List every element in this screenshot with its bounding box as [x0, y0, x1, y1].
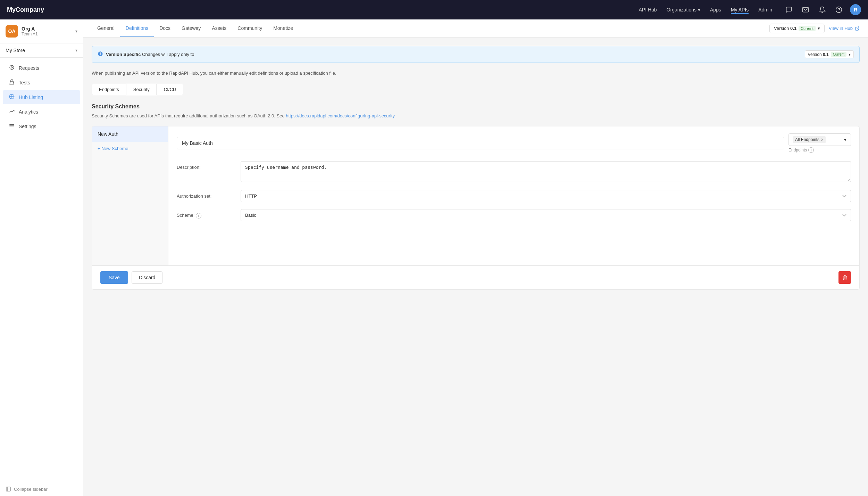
store-label: My Store — [6, 48, 25, 53]
sub-nav-tabs: General Definitions Docs Gateway Assets … — [92, 20, 769, 37]
security-panel: New Auth + New Scheme All Endpoints — [92, 126, 860, 290]
top-nav-icons: R — [783, 4, 861, 15]
scheme-row: Scheme: i Basic Bearer Digest — [177, 209, 851, 221]
version-banner-text: Version Specific Changes will apply only… — [106, 52, 802, 57]
sidebar-item-label: Settings — [19, 124, 36, 129]
security-docs-link[interactable]: https://docs.rapidapi.com/docs/configuri… — [286, 113, 395, 118]
org-avatar: OA — [6, 25, 18, 38]
version-selector[interactable]: Version 0.1 Current ▾ — [769, 24, 825, 33]
org-selector[interactable]: OA Org A Team A1 ▾ — [0, 19, 83, 43]
sub-nav: General Definitions Docs Gateway Assets … — [83, 19, 868, 38]
scheme-info-icon[interactable]: i — [196, 213, 201, 218]
svg-rect-9 — [6, 487, 10, 491]
svg-point-2 — [11, 67, 12, 68]
top-nav-links: API Hub Organizations ▾ Apps My APIs Adm… — [639, 6, 773, 14]
nav-link-apps[interactable]: Apps — [710, 6, 721, 14]
chevron-down-icon: ▾ — [698, 7, 700, 13]
description-label: Description: — [177, 161, 232, 170]
all-endpoints-tag: All Endpoints × — [793, 136, 826, 143]
version-label: Version 0.1 — [774, 26, 796, 31]
endpoints-chevron-icon: ▾ — [844, 137, 846, 142]
security-panel-inner: New Auth + New Scheme All Endpoints — [92, 126, 859, 265]
endpoints-select-wrapper: All Endpoints × ▾ Endpoints i — [788, 133, 851, 153]
org-chevron-icon: ▾ — [75, 29, 77, 34]
scheme-field: Basic Bearer Digest — [241, 209, 851, 221]
security-form: All Endpoints × ▾ Endpoints i — [168, 126, 859, 265]
sidebar-bottom: Collapse sidebar — [0, 482, 83, 496]
email-icon[interactable] — [800, 4, 811, 15]
org-team: Team A1 — [22, 32, 72, 36]
org-name: Org A — [22, 26, 72, 32]
scheme-label: Scheme: i — [177, 209, 232, 218]
description-textarea[interactable]: Specify username and password. — [241, 161, 851, 182]
tab-docs[interactable]: Docs — [154, 20, 176, 37]
description-row: Description: Specify username and passwo… — [177, 161, 851, 183]
sidebar-item-label: Hub Listing — [19, 94, 43, 100]
analytics-icon — [8, 108, 15, 115]
tests-icon — [8, 79, 15, 86]
tab-gateway[interactable]: Gateway — [176, 20, 206, 37]
section-title: Security Schemes — [92, 104, 860, 110]
requests-icon — [8, 65, 15, 72]
nav-link-my-apis[interactable]: My APIs — [731, 6, 749, 14]
version-mini-badge[interactable]: Version 0.1 Current ▾ — [805, 50, 854, 58]
store-chevron-icon: ▾ — [75, 48, 77, 53]
help-icon[interactable] — [833, 4, 844, 15]
new-scheme-button[interactable]: + New Scheme — [92, 142, 168, 155]
sidebar-item-analytics[interactable]: Analytics — [3, 105, 80, 119]
nav-link-api-hub[interactable]: API Hub — [639, 6, 657, 14]
endpoints-select[interactable]: All Endpoints × ▾ — [788, 133, 851, 146]
tab-monetize[interactable]: Monetize — [268, 20, 299, 37]
sidebar-item-hub-listing[interactable]: Hub Listing — [3, 90, 80, 104]
page-content: i Version Specific Changes will apply on… — [83, 38, 868, 496]
endpoints-info-icon[interactable]: i — [808, 147, 814, 153]
discard-button[interactable]: Discard — [132, 271, 162, 284]
security-sidebar: New Auth + New Scheme — [92, 126, 168, 265]
tab-definitions[interactable]: Definitions — [120, 20, 154, 37]
collapse-sidebar-button[interactable]: Collapse sidebar — [6, 486, 77, 492]
section-subtitle: Security Schemes are used for APIs that … — [92, 113, 860, 119]
tab-community[interactable]: Community — [232, 20, 268, 37]
chat-icon[interactable] — [783, 4, 794, 15]
endpoints-label: Endpoints i — [788, 147, 851, 153]
tab-endpoints-btn[interactable]: Endpoints — [92, 84, 126, 95]
scheme-select[interactable]: Basic Bearer Digest — [241, 209, 851, 221]
version-chevron-icon: ▾ — [818, 26, 820, 31]
save-button[interactable]: Save — [100, 271, 128, 284]
top-nav: MyCompany API Hub Organizations ▾ Apps M… — [0, 0, 868, 19]
definitions-tabs: Endpoints Security CI/CD — [92, 84, 860, 95]
sidebar-item-label: Tests — [19, 80, 30, 85]
hub-listing-icon — [8, 94, 15, 101]
authorization-row: Authorization set: HTTP OAuth2 API Key O… — [177, 190, 851, 202]
svg-rect-0 — [803, 7, 809, 12]
sidebar-item-requests[interactable]: Requests — [3, 61, 80, 75]
info-icon: i — [98, 51, 103, 58]
delete-button[interactable] — [838, 271, 851, 284]
tab-security-btn[interactable]: Security — [126, 84, 157, 95]
auth-name-input[interactable] — [177, 137, 784, 149]
sidebar-item-label: Requests — [19, 65, 39, 71]
brand-logo: MyCompany — [7, 6, 44, 14]
tab-assets[interactable]: Assets — [206, 20, 232, 37]
endpoints-tag-close-icon[interactable]: × — [821, 137, 824, 142]
security-auth-item[interactable]: New Auth — [92, 126, 168, 142]
nav-link-admin[interactable]: Admin — [758, 6, 772, 14]
bell-icon[interactable] — [817, 4, 828, 15]
authorization-field: HTTP OAuth2 API Key OpenID Connect — [241, 190, 851, 202]
authorization-select[interactable]: HTTP OAuth2 API Key OpenID Connect — [241, 190, 851, 202]
tab-general[interactable]: General — [92, 20, 120, 37]
auth-name-row: All Endpoints × ▾ Endpoints i — [177, 133, 851, 153]
tab-cicd-btn[interactable]: CI/CD — [157, 84, 183, 95]
description-field: Specify username and password. — [241, 161, 851, 183]
view-in-hub-button[interactable]: View in Hub — [829, 26, 860, 31]
user-avatar[interactable]: R — [850, 4, 861, 15]
store-selector[interactable]: My Store ▾ — [0, 43, 83, 58]
main-layout: OA Org A Team A1 ▾ My Store ▾ Requests — [0, 19, 868, 496]
settings-icon — [8, 123, 15, 130]
sidebar-item-tests[interactable]: Tests — [3, 76, 80, 90]
sidebar-nav: Requests Tests Hub Listing Analytics — [0, 58, 83, 482]
nav-link-organizations[interactable]: Organizations ▾ — [667, 6, 700, 14]
main-content: General Definitions Docs Gateway Assets … — [83, 19, 868, 496]
footer-buttons: Save Discard — [100, 271, 162, 284]
sidebar-item-settings[interactable]: Settings — [3, 119, 80, 133]
